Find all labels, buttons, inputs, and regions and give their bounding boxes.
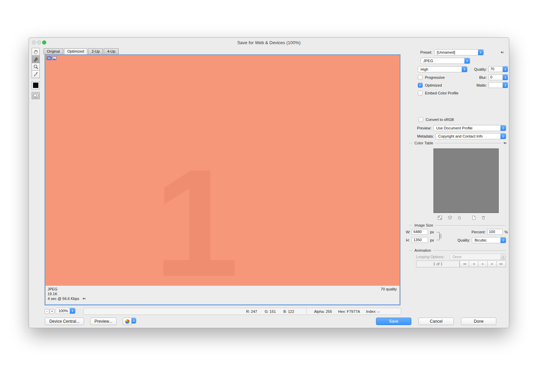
select-browser-button[interactable] [123, 318, 132, 325]
slice-select-icon [33, 57, 38, 62]
stepper-icon: ▲▼ [500, 125, 506, 131]
selected-pane-frame: 01 1 JPEG 19.1K 4 sec @ 56.6 Kbps ▾≡ 70 … [45, 55, 400, 305]
play-button[interactable]: ▶ [478, 261, 488, 267]
current-color [33, 83, 38, 88]
slice-number: 01 [47, 56, 52, 60]
blur-input[interactable]: 0 [489, 74, 503, 80]
map-transparency-icon[interactable] [437, 215, 443, 220]
eyedropper-tool-button[interactable] [32, 70, 40, 78]
image-watermark-numeral: 1 [154, 146, 239, 285]
blur-label: Blur: [456, 74, 487, 81]
hex-value: Hex: F7977A [338, 309, 360, 314]
zoom-in-button[interactable]: + [50, 309, 54, 314]
height-field-group: 1350 [412, 237, 428, 243]
slice-image-icon [52, 56, 56, 60]
hand-icon [33, 49, 38, 54]
matte-input[interactable] [489, 82, 503, 88]
lock-color-icon[interactable] [457, 215, 462, 220]
tab-2up[interactable]: 2-Up [88, 48, 103, 54]
save-button[interactable]: Save [376, 318, 411, 325]
quality-stepper[interactable]: ▲▼ [503, 66, 508, 72]
color-readout-bar: R: 247 G: 151 B: 122 Alpha: 255 Hex: F79… [83, 308, 401, 315]
preview-profile-select[interactable]: Use Document Profile ▲▼ [433, 125, 506, 131]
delete-color-icon[interactable] [481, 215, 486, 220]
percent-label: Percent: [455, 229, 485, 235]
zoom-level-select[interactable]: 100% ▲▼ [56, 308, 75, 314]
image-canvas[interactable]: 01 1 [46, 55, 399, 285]
alpha-hex-readout: Alpha: 255 Hex: F7977A Index: -- [314, 309, 380, 314]
preview-in-browser-button[interactable]: Preview... [90, 318, 117, 325]
quality-field-group: 70 ▲▼ [489, 66, 508, 72]
preview-profile-label: Preview: [408, 125, 431, 131]
slice-select-tool-button[interactable] [32, 55, 40, 63]
optimized-preview-pane: 01 1 JPEG 19.1K 4 sec @ 56.6 Kbps ▾≡ 70 … [45, 54, 400, 305]
height-input[interactable]: 1350 [412, 237, 428, 243]
width-input[interactable]: 6480 [412, 229, 428, 235]
format-readout: JPEG [48, 287, 57, 291]
animation-title: Animation [414, 248, 431, 252]
tab-4up[interactable]: 4-Up [104, 48, 119, 54]
animation-section-header: Animation [409, 248, 506, 252]
new-color-icon[interactable] [471, 215, 477, 220]
color-table-menu-icon[interactable]: ▾≡ [503, 141, 506, 145]
convert-srgb-checkbox[interactable] [418, 117, 423, 122]
progressive-checkbox[interactable] [418, 75, 423, 80]
green-value: G: 151 [264, 309, 276, 314]
cancel-button[interactable]: Cancel [418, 318, 454, 325]
filesize-readout: 19.1K [48, 292, 57, 296]
browser-list-stepper[interactable]: ▲▼ [131, 318, 136, 324]
zoom-level-value: 100% [58, 309, 68, 313]
tab-optimized[interactable]: Optimized [64, 48, 88, 54]
embed-color-profile-label: Embed Color Profile [425, 90, 458, 96]
eyedropper-color-swatch[interactable] [32, 81, 40, 89]
resample-quality-value: Bicubic [475, 238, 486, 242]
toggle-slices-visibility-button[interactable] [32, 92, 40, 99]
first-frame-button[interactable]: ◀◀ [460, 261, 469, 267]
format-value: JPEG [423, 59, 433, 63]
preview-menu-icon[interactable]: ▾≡ [83, 297, 85, 301]
hand-tool-button[interactable] [32, 48, 40, 56]
slices-visibility-icon [33, 93, 38, 98]
blur-stepper[interactable]: ▲▼ [503, 74, 508, 80]
resample-quality-select[interactable]: Bicubic ▲▼ [472, 237, 506, 243]
save-for-web-dialog: Save for Web & Devices (100%) Original O… [29, 37, 509, 328]
zoom-tool-button[interactable] [32, 63, 40, 71]
width-field-group: 6480 [412, 229, 428, 235]
format-select[interactable]: JPEG ▲▼ [421, 58, 470, 64]
stepper-icon: ▲▼ [500, 133, 506, 139]
compression-quality-value: High [421, 67, 428, 71]
preview-tabs: Original Optimized 2-Up 4-Up [44, 48, 119, 54]
percent-input[interactable]: 100 [487, 229, 503, 235]
preset-select[interactable]: [Unnamed] ▲▼ [434, 49, 484, 55]
preset-menu-icon[interactable]: ▾≡ [501, 51, 503, 54]
tab-original[interactable]: Original [44, 48, 63, 54]
width-label: W: [406, 229, 410, 235]
metadata-select[interactable]: Copyright and Contact Info ▲▼ [435, 133, 506, 139]
matte-field-group: ▲▼ [489, 82, 508, 88]
next-frame-button[interactable]: |▶ [487, 261, 497, 267]
quality-readout: 70 quality [381, 287, 397, 291]
last-frame-button[interactable]: ▶▶ [496, 261, 506, 267]
index-value: Index: -- [366, 309, 380, 314]
done-button[interactable]: Done [461, 318, 496, 325]
device-central-button[interactable]: Device Central... [45, 318, 84, 325]
preset-value: [Unnamed] [437, 50, 455, 54]
alpha-value: Alpha: 255 [314, 309, 332, 314]
embed-color-profile-checkbox[interactable] [418, 91, 423, 95]
rgb-readout: R: 247 G: 151 B: 122 [246, 309, 294, 314]
looping-options-select[interactable]: Once ▲▼ [450, 254, 506, 260]
image-size-title: Image Size [414, 223, 433, 227]
zoom-out-button[interactable]: − [45, 309, 49, 314]
quality-input[interactable]: 70 [489, 66, 503, 72]
matte-stepper[interactable]: ▲▼ [503, 82, 508, 88]
height-unit: px [430, 237, 434, 243]
progressive-label: Progressive [425, 74, 445, 81]
convert-srgb-label: Convert to sRGB [426, 117, 454, 123]
previous-frame-button[interactable]: ◀| [469, 261, 478, 267]
color-table-title: Color Table [414, 141, 433, 145]
web-shift-icon[interactable] [447, 215, 452, 220]
metadata-value: Copyright and Contact Info [438, 134, 483, 138]
image-size-section-header: Image Size [409, 223, 506, 227]
preset-label: Preset: [412, 49, 432, 55]
optimized-checkbox[interactable]: ✓ [418, 83, 423, 88]
